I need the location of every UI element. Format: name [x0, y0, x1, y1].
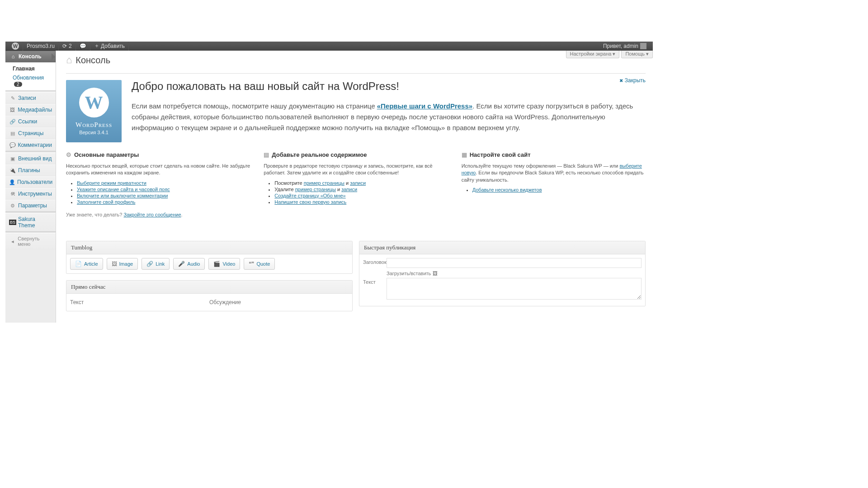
admin-sidebar: ⌂Консоль Главная Обновления2 ✎Записи 🖼Ме…	[5, 51, 56, 323]
add-new-menu[interactable]: ＋ Добавить	[90, 42, 129, 51]
tumblog-header: Tumblog	[66, 241, 352, 254]
link-icon: 🔗	[9, 119, 16, 125]
chevron-down-icon: ▾	[646, 51, 649, 56]
account-menu[interactable]: Привет, admin	[599, 42, 650, 51]
privacy-link[interactable]: Выберите режим приватности	[77, 180, 146, 186]
site-name-menu[interactable]: Prosmo3.ru	[23, 42, 59, 51]
welcome-footer: Уже знаете, что делать? Закройте это соо…	[66, 212, 646, 217]
media-upload-icon[interactable]: 🖼	[433, 271, 438, 276]
article-icon: 📄	[75, 261, 82, 267]
qp-upload-row: Загрузить/вставить 🖼	[387, 271, 642, 276]
tumblog-quote-button[interactable]: ❝❞Quote	[244, 258, 275, 270]
welcome-col-customize: ▦Настройте свой сайт Используйте текущую…	[462, 151, 646, 206]
sakura-icon: BS	[9, 220, 16, 225]
qp-title-label: Заголовок	[363, 258, 387, 265]
updates-menu[interactable]: ⟳2	[59, 42, 76, 51]
tumblog-article-button[interactable]: 📄Article	[70, 258, 103, 270]
submenu-updates[interactable]: Обновления2	[10, 73, 56, 89]
pin-icon: ✎	[9, 95, 16, 101]
welcome-heading: Добро пожаловать на ваш новый сайт на Wo…	[132, 80, 646, 93]
qp-title-input[interactable]	[387, 258, 642, 268]
menu-links[interactable]: 🔗Ссылки	[5, 116, 56, 127]
sample-post-link[interactable]: записи	[350, 180, 366, 186]
menu-dashboard[interactable]: ⌂Консоль	[5, 51, 56, 62]
media-icon: 🖼	[9, 107, 16, 113]
settings-icon: ⚙	[66, 151, 71, 158]
plus-icon: ＋	[94, 42, 99, 50]
sample-page-link[interactable]: пример страницы	[304, 180, 344, 186]
comments-menu[interactable]: 💬	[76, 42, 90, 51]
page-title: Консоль	[75, 55, 110, 66]
page-header: ⌂ Консоль	[66, 51, 646, 74]
menu-users[interactable]: 👤Пользователи	[5, 176, 56, 188]
comments-toggle-link[interactable]: Включите или выключите комментарии	[77, 193, 168, 198]
rightnow-discussion-label: Обсуждение	[209, 297, 349, 307]
tumblog-image-button[interactable]: 🖼Image	[107, 258, 138, 270]
right-now-header: Прямо сейчас	[66, 281, 352, 294]
badge-version: Версия 3.4.1	[79, 130, 108, 135]
video-icon: 🎬	[213, 261, 220, 267]
dashboard-submenu: Главная Обновления2	[5, 62, 56, 90]
comment-icon: 💬	[9, 142, 16, 148]
dashboard-icon: ⌂	[66, 54, 72, 66]
welcome-col-content: ▤Добавьте реальное содержимое Проверьте …	[264, 151, 448, 206]
tumblog-widget: Tumblog 📄Article 🖼Image 🔗Link 🎤Audio 🎬Vi…	[66, 241, 353, 274]
tumblog-link-button[interactable]: 🔗Link	[142, 258, 170, 270]
write-first-post-link[interactable]: Напишите свою первую запись	[274, 199, 346, 205]
create-about-link[interactable]: Создайте страницу «Обо мне»	[274, 193, 345, 198]
page-icon: ▤	[9, 131, 16, 136]
right-now-widget: Прямо сейчас Текст Обсуждение	[66, 280, 353, 311]
menu-appearance[interactable]: ▣Внешний вид	[5, 153, 56, 164]
delete-page-link[interactable]: пример страницы	[295, 187, 336, 192]
users-icon: 👤	[9, 179, 15, 185]
rightnow-content-label: Текст	[70, 297, 209, 307]
quick-press-widget: Быстрая публикация Заголовок Загрузить/в…	[359, 241, 646, 306]
welcome-panel: Закрыть W WordPress Версия 3.4.1 Добро п…	[66, 80, 646, 227]
wordpress-logo-icon: W	[79, 88, 109, 117]
collapse-menu[interactable]: ◂Свернуть меню	[5, 233, 56, 249]
admin-bar: W Prosmo3.ru ⟳2 💬 ＋ Добавить Привет, adm…	[5, 42, 653, 51]
quick-press-header: Быстрая публикация	[359, 241, 645, 254]
image-icon: 🖼	[112, 261, 117, 267]
main-content: Настройки экрана ▾ Помощь ▾ ⌂ Консоль За…	[56, 51, 653, 323]
wp-logo-menu[interactable]: W	[8, 42, 23, 51]
page-icon: ▤	[264, 151, 269, 158]
tagline-link[interactable]: Укажите описание сайта и часовой пояс	[77, 187, 170, 192]
appearance-icon: ▣	[9, 156, 16, 162]
wordpress-badge: W WordPress Версия 3.4.1	[66, 80, 122, 142]
wordpress-logo-icon: W	[12, 42, 19, 50]
plugin-icon: 🔌	[9, 168, 16, 174]
tumblog-video-button[interactable]: 🎬Video	[208, 258, 240, 270]
menu-tools[interactable]: 🛠Инструменты	[5, 188, 56, 200]
delete-post-link[interactable]: записи	[341, 187, 357, 192]
quote-icon: ❝❞	[249, 261, 254, 267]
menu-comments[interactable]: 💬Комментарии	[5, 139, 56, 151]
collapse-icon: ◂	[9, 239, 16, 244]
menu-posts[interactable]: ✎Записи	[5, 92, 56, 104]
welcome-intro-text: Если вам потребуется помощь, посмотрите …	[132, 101, 646, 133]
profile-link[interactable]: Заполните свой профиль	[77, 199, 135, 205]
menu-settings[interactable]: ⚙Параметры	[5, 200, 56, 211]
close-message-link[interactable]: Закройте это сообщение	[124, 212, 181, 217]
refresh-icon: ⟳	[62, 43, 67, 49]
add-widgets-link[interactable]: Добавьте несколько виджетов	[472, 187, 542, 192]
menu-sakura-theme[interactable]: BSSakura Theme	[5, 213, 56, 231]
menu-media[interactable]: 🖼Медиафайлы	[5, 104, 56, 116]
menu-pages[interactable]: ▤Страницы	[5, 127, 56, 139]
avatar	[640, 43, 646, 49]
submenu-home[interactable]: Главная	[10, 64, 56, 73]
tumblog-audio-button[interactable]: 🎤Audio	[173, 258, 205, 270]
first-steps-link[interactable]: «Первые шаги с WordPress»	[377, 102, 472, 110]
welcome-col-basics: ⚙Основные параметры Несколько простых ве…	[66, 151, 250, 206]
comment-icon: 💬	[80, 43, 86, 49]
home-icon: ⌂	[9, 54, 17, 59]
dismiss-welcome-link[interactable]: Закрыть	[619, 77, 646, 84]
audio-icon: 🎤	[178, 261, 185, 267]
qp-content-label: Текст	[363, 278, 387, 285]
settings-icon: ⚙	[9, 203, 16, 209]
menu-plugins[interactable]: 🔌Плагины	[5, 164, 56, 176]
customize-icon: ▦	[462, 151, 467, 158]
link-icon: 🔗	[146, 261, 153, 267]
qp-content-textarea[interactable]	[387, 278, 642, 300]
tools-icon: 🛠	[9, 191, 16, 197]
